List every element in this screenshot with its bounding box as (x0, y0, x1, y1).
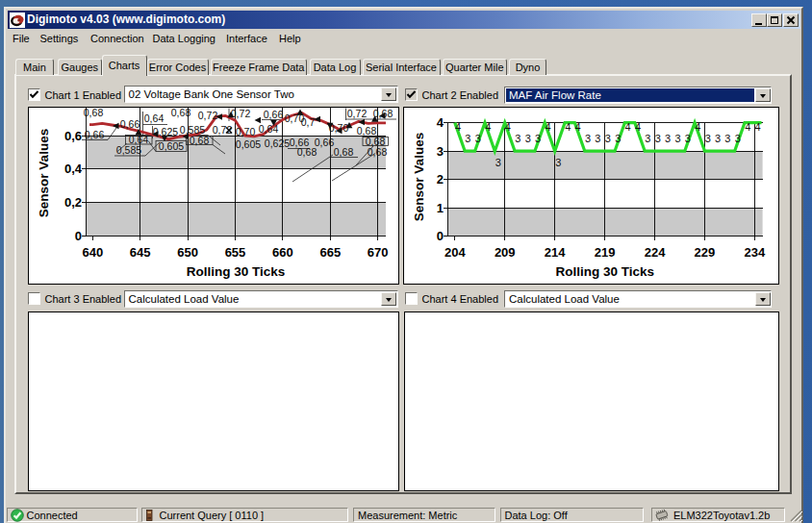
svg-text:650: 650 (177, 245, 198, 260)
svg-text:0,64: 0,64 (144, 112, 165, 124)
svg-text:224: 224 (645, 245, 666, 260)
svg-text:3: 3 (535, 133, 541, 144)
svg-text:0,585: 0,585 (116, 144, 141, 156)
svg-text:3: 3 (495, 157, 501, 168)
svg-text:3: 3 (715, 133, 721, 144)
svg-text:4: 4 (755, 121, 761, 133)
svg-text:Sensor Values: Sensor Values (37, 129, 51, 217)
svg-text:3: 3 (515, 133, 520, 144)
svg-text:3: 3 (705, 133, 711, 144)
svg-text:0,4: 0,4 (64, 162, 83, 176)
svg-text:0,72: 0,72 (231, 108, 251, 119)
svg-text:4: 4 (695, 121, 700, 133)
svg-text:640: 640 (82, 245, 103, 260)
svg-text:0,66: 0,66 (315, 137, 335, 148)
svg-text:0,72: 0,72 (198, 110, 218, 121)
svg-text:0,66: 0,66 (120, 118, 140, 130)
svg-text:0,66: 0,66 (85, 129, 105, 140)
svg-text:0,70: 0,70 (236, 126, 256, 137)
svg-text:655: 655 (225, 245, 246, 260)
svg-text:4: 4 (745, 121, 750, 133)
svg-text:0,585: 0,585 (180, 124, 205, 136)
svg-text:Rolling 30 Ticks: Rolling 30 Ticks (556, 264, 655, 279)
svg-text:0,6: 0,6 (64, 129, 82, 143)
svg-text:4: 4 (575, 121, 581, 133)
svg-text:204: 204 (444, 245, 466, 260)
svg-text:Rolling 30 Ticks: Rolling 30 Ticks (187, 264, 286, 279)
svg-text:1: 1 (437, 201, 444, 215)
svg-text:3: 3 (605, 133, 611, 144)
svg-text:0,68: 0,68 (368, 146, 388, 158)
svg-text:670: 670 (368, 245, 389, 260)
svg-text:660: 660 (272, 245, 293, 260)
svg-text:4: 4 (625, 121, 631, 133)
svg-text:0,68: 0,68 (357, 125, 377, 137)
svg-text:0,68: 0,68 (334, 146, 354, 158)
svg-text:4: 4 (565, 121, 571, 133)
svg-text:4: 4 (545, 121, 550, 133)
svg-text:219: 219 (595, 245, 616, 260)
svg-text:0,68: 0,68 (297, 146, 317, 158)
svg-text:0,68: 0,68 (84, 107, 104, 118)
svg-text:234: 234 (745, 245, 766, 260)
svg-text:4: 4 (455, 121, 461, 133)
svg-text:3: 3 (655, 133, 661, 144)
svg-text:214: 214 (545, 245, 566, 260)
svg-text:0,605: 0,605 (236, 138, 261, 150)
svg-text:0,68: 0,68 (171, 107, 191, 118)
svg-text:4: 4 (437, 115, 444, 130)
svg-text:3: 3 (437, 144, 444, 159)
svg-text:0,72: 0,72 (213, 124, 233, 136)
svg-text:3: 3 (555, 157, 561, 168)
svg-text:2: 2 (437, 172, 444, 187)
svg-text:3: 3 (585, 133, 591, 144)
svg-text:3: 3 (645, 133, 650, 144)
svg-text:4: 4 (635, 121, 641, 133)
svg-text:3: 3 (735, 133, 741, 144)
svg-text:229: 229 (695, 245, 716, 260)
svg-text:3: 3 (615, 133, 621, 144)
svg-text:645: 645 (130, 245, 151, 260)
svg-text:3: 3 (595, 133, 600, 144)
svg-text:0: 0 (75, 229, 82, 243)
svg-text:3: 3 (475, 133, 481, 144)
svg-text:0,72: 0,72 (347, 108, 368, 119)
svg-text:3: 3 (465, 133, 470, 144)
svg-text:0,625: 0,625 (153, 126, 178, 137)
svg-text:0,70: 0,70 (329, 122, 349, 134)
svg-text:209: 209 (495, 245, 516, 260)
svg-text:0: 0 (437, 229, 444, 243)
svg-text:0,68: 0,68 (190, 135, 210, 146)
svg-text:4: 4 (505, 121, 511, 133)
svg-text:0,605: 0,605 (159, 140, 184, 152)
svg-text:3: 3 (665, 133, 671, 144)
svg-text:4: 4 (485, 121, 491, 133)
svg-text:0,68: 0,68 (373, 108, 393, 119)
svg-text:0,66: 0,66 (264, 109, 284, 120)
svg-text:Sensor Values: Sensor Values (412, 133, 426, 221)
svg-text:0,64: 0,64 (259, 123, 279, 135)
svg-text:3: 3 (685, 133, 691, 144)
svg-text:3: 3 (674, 133, 680, 144)
svg-text:0,7: 0,7 (301, 116, 316, 128)
svg-text:0,2: 0,2 (64, 195, 82, 210)
svg-text:3: 3 (724, 133, 730, 144)
svg-text:3: 3 (525, 133, 531, 144)
svg-text:0,625: 0,625 (265, 137, 290, 149)
svg-text:665: 665 (319, 245, 341, 260)
